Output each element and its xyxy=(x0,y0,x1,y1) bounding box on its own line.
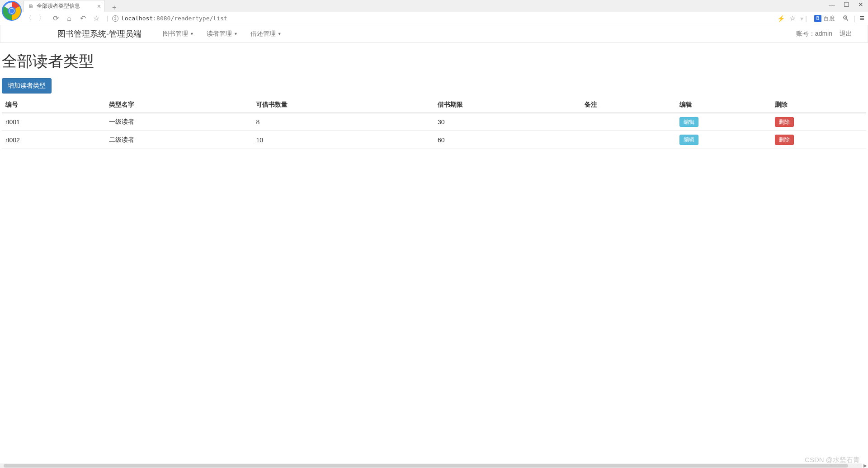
cell-del: 删除 xyxy=(771,131,866,149)
refresh-button[interactable]: ⟳ xyxy=(52,14,60,23)
window-maximize-button[interactable]: ☐ xyxy=(843,1,850,8)
th-qty: 可借书数量 xyxy=(252,97,434,113)
bookmark-icon[interactable]: ☆ xyxy=(789,14,796,23)
file-icon: 🗎 xyxy=(28,3,34,9)
cell-name: 二级读者 xyxy=(105,131,252,149)
logout-link[interactable]: 退出 xyxy=(840,30,852,38)
window-controls: — ☐ ✕ xyxy=(828,1,864,8)
browser-tab[interactable]: 🗎 全部读者类型信息 × xyxy=(24,0,105,12)
browser-chrome: — ☐ ✕ 🗎 全部读者类型信息 × + 〈 〉 ⟳ ⌂ ↶ ☆ | i loc… xyxy=(0,0,868,25)
th-name: 类型名字 xyxy=(105,97,252,113)
edit-button[interactable]: 编辑 xyxy=(679,135,698,145)
nav-item-label: 读者管理 xyxy=(207,30,232,38)
site-info-icon[interactable]: i xyxy=(112,15,118,22)
th-edit: 编辑 xyxy=(676,97,771,113)
home-button[interactable]: ⌂ xyxy=(65,14,73,23)
url-text: localhost:8080/readertype/list xyxy=(121,15,227,22)
nav-item-book-mgmt[interactable]: 图书管理 ▼ xyxy=(157,25,199,42)
nav-menu: 图书管理 ▼ 读者管理 ▼ 借还管理 ▼ xyxy=(157,25,287,42)
baidu-icon: B xyxy=(814,15,821,22)
nav-item-reader-mgmt[interactable]: 读者管理 ▼ xyxy=(201,25,243,42)
back-button[interactable]: 〈 xyxy=(24,14,33,23)
favorite-button[interactable]: ☆ xyxy=(92,14,100,23)
svg-point-3 xyxy=(9,9,14,14)
tab-close-button[interactable]: × xyxy=(97,3,101,10)
chevron-down-icon: ▼ xyxy=(190,32,194,36)
chevron-down-icon: ▼ xyxy=(278,32,282,36)
hamburger-menu-icon[interactable]: ≡ xyxy=(859,14,864,23)
add-reader-type-button[interactable]: 增加读者类型 xyxy=(2,78,52,94)
url-box[interactable]: | i localhost:8080/readertype/list xyxy=(106,15,227,22)
tab-title: 全部读者类型信息 xyxy=(37,2,80,10)
table-row: rt002二级读者1060编辑删除 xyxy=(2,131,866,149)
search-icon[interactable]: 🔍︎ xyxy=(842,14,849,22)
cell-qty: 8 xyxy=(252,113,434,131)
lightning-icon[interactable]: ⚡ xyxy=(777,15,785,22)
th-id: 编号 xyxy=(2,97,105,113)
browser-logo xyxy=(2,1,24,23)
page-title: 全部读者类型 xyxy=(2,43,866,78)
th-term: 借书期限 xyxy=(434,97,581,113)
delete-button[interactable]: 删除 xyxy=(775,117,794,127)
nav-item-label: 借还管理 xyxy=(250,30,276,38)
nav-item-label: 图书管理 xyxy=(163,30,188,38)
horizontal-scrollbar[interactable]: ▶ xyxy=(0,463,862,468)
reader-type-table: 编号 类型名字 可借书数量 借书期限 备注 编辑 删除 rt001一级读者830… xyxy=(2,97,866,150)
address-bar: 〈 〉 ⟳ ⌂ ↶ ☆ | i localhost:8080/readertyp… xyxy=(0,12,868,25)
cell-remark xyxy=(581,131,676,149)
cell-term: 30 xyxy=(434,113,581,131)
cell-name: 一级读者 xyxy=(105,113,252,131)
delete-button[interactable]: 删除 xyxy=(775,135,794,145)
edit-button[interactable]: 编辑 xyxy=(679,117,698,127)
address-bar-right: ⚡ ☆ ▾ | B 百度 🔍︎ | ≡ xyxy=(777,14,864,23)
undo-button[interactable]: ↶ xyxy=(79,14,87,23)
cell-qty: 10 xyxy=(252,131,434,149)
table-header-row: 编号 类型名字 可借书数量 借书期限 备注 编辑 删除 xyxy=(2,97,866,113)
cell-del: 删除 xyxy=(771,113,866,131)
th-del: 删除 xyxy=(771,97,866,113)
scrollbar-thumb[interactable] xyxy=(4,464,848,468)
cell-remark xyxy=(581,113,676,131)
tab-bar: 🗎 全部读者类型信息 × + xyxy=(0,0,868,12)
cell-edit: 编辑 xyxy=(676,113,771,131)
nav-item-borrow-mgmt[interactable]: 借还管理 ▼ xyxy=(245,25,287,42)
window-minimize-button[interactable]: — xyxy=(828,1,835,8)
navbar-right: 账号：admin 退出 xyxy=(796,30,860,38)
divider: ▾ | xyxy=(800,15,807,22)
search-engine-selector[interactable]: B 百度 xyxy=(811,14,838,23)
scroll-right-arrow[interactable]: ▶ xyxy=(863,463,867,468)
search-engine-label: 百度 xyxy=(823,14,835,23)
page-content: 全部读者类型 增加读者类型 编号 类型名字 可借书数量 借书期限 备注 编辑 删… xyxy=(0,43,868,149)
account-label[interactable]: 账号：admin xyxy=(796,30,832,38)
forward-button[interactable]: 〉 xyxy=(38,14,46,23)
app-navbar: 图书管理系统-管理员端 图书管理 ▼ 读者管理 ▼ 借还管理 ▼ 账号：admi… xyxy=(0,25,868,43)
chevron-down-icon: ▼ xyxy=(234,32,238,36)
cell-id: rt001 xyxy=(2,113,105,131)
table-row: rt001一级读者830编辑删除 xyxy=(2,113,866,131)
window-close-button[interactable]: ✕ xyxy=(857,1,864,8)
cell-term: 60 xyxy=(434,131,581,149)
navbar-brand[interactable]: 图书管理系统-管理员端 xyxy=(8,28,148,39)
new-tab-button[interactable]: + xyxy=(109,4,119,12)
th-remark: 备注 xyxy=(581,97,676,113)
cell-id: rt002 xyxy=(2,131,105,149)
cell-edit: 编辑 xyxy=(676,131,771,149)
